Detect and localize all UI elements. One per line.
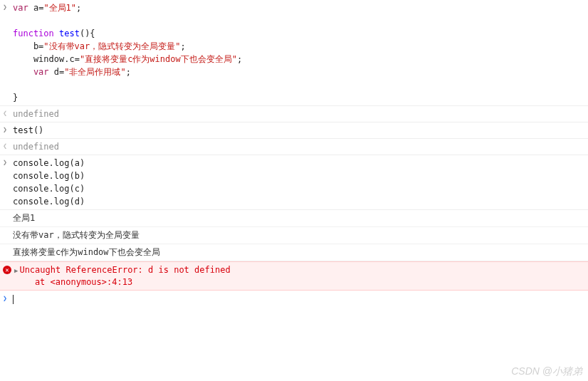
console-output-1: ❮ undefined — [0, 106, 588, 122]
console-output-2: ❮ undefined — [0, 139, 588, 155]
code-content: test() — [13, 124, 588, 137]
log-line: console.log(a) — [13, 158, 85, 168]
undefined-output: undefined — [13, 108, 588, 120]
error-line-1: Uncaught ReferenceError: d is not define… — [19, 265, 230, 275]
string-literal: "没有带var，隐式转变为全局变量" — [43, 41, 180, 51]
log-output-3: 直接将变量c作为window下也会变全局 — [0, 244, 588, 261]
output-chevron-icon: ❮ — [3, 108, 13, 120]
undefined-output: undefined — [13, 140, 588, 153]
assign: b= — [13, 41, 43, 51]
console-input-block-2[interactable]: ❯ test() — [0, 122, 588, 139]
semicolon: ; — [237, 54, 242, 64]
code-content: console.log(a) console.log(b) console.lo… — [13, 157, 588, 208]
input-chevron-icon: ❯ — [3, 293, 13, 306]
keyword-var: var — [13, 3, 28, 13]
console-input-block-1[interactable]: ❯ var a="全局1"; function test(){ b="没有带va… — [0, 0, 588, 106]
error-line-2: at <anonymous>:4:13 — [14, 277, 132, 287]
cursor — [13, 295, 14, 304]
assign: window.c= — [13, 54, 80, 64]
assign: d= — [49, 67, 65, 77]
log-line: console.log(b) — [13, 171, 85, 181]
input-chevron-icon: ❯ — [3, 124, 13, 137]
var-name: a — [28, 3, 38, 13]
log-output-1: 全局1 — [0, 210, 588, 227]
error-text: ▶Uncaught ReferenceError: d is not defin… — [14, 264, 231, 288]
semicolon: ; — [180, 41, 185, 51]
string-literal: "全局1" — [43, 3, 76, 13]
keyword-function: function — [13, 28, 54, 38]
code-content: var a="全局1"; function test(){ b="没有带var，… — [13, 1, 588, 104]
function-name: test — [54, 28, 80, 38]
error-icon: ✕ — [3, 266, 11, 274]
input-chevron-icon: ❯ — [3, 1, 13, 104]
brace-close: } — [13, 93, 18, 103]
log-line: console.log(d) — [13, 197, 85, 207]
error-message[interactable]: ✕ ▶Uncaught ReferenceError: d is not def… — [0, 261, 588, 291]
string-literal: "非全局作用域" — [64, 67, 125, 77]
console-input-block-3[interactable]: ❯ console.log(a) console.log(b) console.… — [0, 155, 588, 210]
semicolon: ; — [76, 3, 81, 13]
expand-arrow-icon[interactable]: ▶ — [14, 267, 18, 274]
output-chevron-icon: ❮ — [3, 140, 13, 153]
keyword-var: var — [13, 67, 49, 77]
string-literal: "直接将变量c作为window下也会变全局" — [80, 54, 237, 64]
log-output-2: 没有带var，隐式转变为全局变量 — [0, 227, 588, 244]
semicolon: ; — [126, 67, 131, 77]
paren-brace: (){ — [80, 28, 95, 38]
input-field[interactable] — [13, 293, 585, 306]
watermark: CSDN @小猪弟 — [511, 365, 582, 378]
log-line: console.log(c) — [13, 184, 85, 194]
console-prompt[interactable]: ❯ — [0, 291, 588, 308]
input-chevron-icon: ❯ — [3, 157, 13, 208]
